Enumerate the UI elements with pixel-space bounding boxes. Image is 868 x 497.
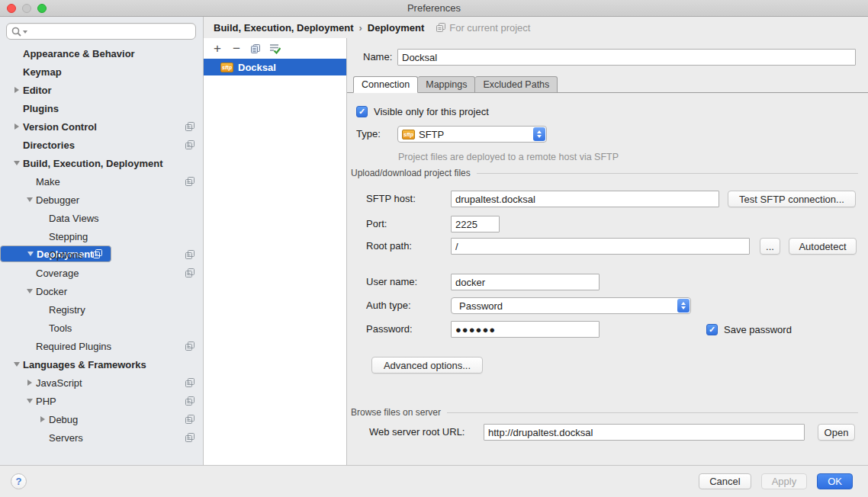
sidebar-item-keymap[interactable]: Keymap <box>0 63 203 81</box>
sidebar-item-options[interactable]: Options <box>0 245 203 264</box>
sidebar-item-label: Stepping <box>49 231 88 242</box>
sftp-host-input[interactable] <box>451 191 719 207</box>
select-chevrons-icon <box>533 127 545 141</box>
minimize-window-button[interactable] <box>22 4 31 13</box>
sidebar-item-appearance-behavior[interactable]: Appearance & Behavior <box>0 44 203 63</box>
project-scope-icon <box>185 250 194 259</box>
server-list-toolbar: + − <box>204 38 346 59</box>
browse-section-header: Browse files on server <box>351 407 858 418</box>
user-name-input[interactable] <box>451 274 600 290</box>
sidebar-item-directories[interactable]: Directories <box>0 136 203 154</box>
sidebar-item-javascript[interactable]: JavaScript <box>0 374 203 392</box>
type-select-value: SFTP <box>415 129 546 140</box>
server-list-panel: + − <box>204 38 347 465</box>
window-title: Preferences <box>0 0 868 16</box>
sidebar-item-label: Directories <box>23 139 75 151</box>
cancel-button[interactable]: Cancel <box>699 473 751 489</box>
sidebar-item-label: Version Control <box>23 121 97 133</box>
save-password-checkbox[interactable]: ✓ <box>706 324 718 335</box>
project-scope-icon <box>185 433 194 442</box>
password-input[interactable] <box>451 321 600 338</box>
section-divider <box>477 173 858 174</box>
sidebar-item-php[interactable]: PHP <box>0 392 203 410</box>
project-scope-icon <box>185 378 194 387</box>
sidebar-item-tools[interactable]: Tools <box>0 319 203 337</box>
search-options-chevron-icon[interactable] <box>23 30 27 34</box>
tab-mappings[interactable]: Mappings <box>418 76 475 93</box>
checkmark-icon: ✓ <box>709 325 715 334</box>
sidebar-item-debug[interactable]: Debug <box>0 410 203 428</box>
expand-down-icon[interactable] <box>10 161 23 165</box>
sidebar-item-data-views[interactable]: Data Views <box>0 209 203 227</box>
sidebar-item-label: Editor <box>23 85 52 96</box>
visible-only-checkbox[interactable]: ✓ <box>356 106 368 117</box>
section-divider <box>447 412 858 413</box>
server-item-docksal[interactable]: sftpDocksal <box>204 59 346 75</box>
help-button[interactable]: ? <box>11 473 27 489</box>
sidebar-item-required-plugins[interactable]: Required Plugins <box>0 337 203 355</box>
sidebar-item-version-control[interactable]: Version Control <box>0 117 203 136</box>
browse-root-path-button[interactable]: ... <box>760 238 780 255</box>
sidebar-item-label: JavaScript <box>36 377 82 389</box>
test-sftp-connection-button[interactable]: Test SFTP connection... <box>728 191 856 207</box>
expand-down-icon[interactable] <box>23 399 36 403</box>
password-label: Password: <box>366 321 413 338</box>
web-root-input[interactable] <box>484 424 805 441</box>
name-label: Name: <box>363 49 392 66</box>
sidebar-item-editor[interactable]: Editor <box>0 81 203 99</box>
tab-connection[interactable]: Connection <box>353 76 418 93</box>
settings-search-input[interactable] <box>31 26 191 37</box>
port-input[interactable] <box>451 216 500 232</box>
sidebar-item-label: Required Plugins <box>36 341 111 352</box>
type-label: Type: <box>356 126 381 143</box>
advanced-options-button[interactable]: Advanced options... <box>371 357 483 374</box>
add-server-button[interactable]: + <box>211 43 223 55</box>
expand-down-icon[interactable] <box>23 197 36 202</box>
close-window-button[interactable] <box>7 4 16 13</box>
preferences-window: Preferences Appearance & BehaviorKeymapE… <box>0 0 868 497</box>
sidebar-item-label: PHP <box>36 396 56 407</box>
autodetect-button[interactable]: Autodetect <box>789 238 857 255</box>
breadcrumb-segment-build-execution-deployment[interactable]: Build, Execution, Deployment <box>214 22 353 34</box>
tab-excluded-paths[interactable]: Excluded Paths <box>475 76 558 93</box>
sidebar-item-label: Registry <box>49 304 85 316</box>
sidebar-item-plugins[interactable]: Plugins <box>0 99 203 117</box>
sidebar-item-languages-frameworks[interactable]: Languages & Frameworks <box>0 355 203 374</box>
sidebar-item-label: Tools <box>49 322 72 334</box>
auth-type-label: Auth type: <box>366 297 411 314</box>
expand-down-icon[interactable] <box>10 362 23 367</box>
sidebar-item-coverage[interactable]: Coverage <box>0 264 203 282</box>
sftp-host-label: SFTP host: <box>366 191 416 207</box>
use-as-default-button[interactable] <box>268 43 281 55</box>
zoom-window-button[interactable] <box>37 4 47 13</box>
sidebar-item-stepping[interactable]: Stepping <box>0 227 203 245</box>
expand-right-icon[interactable] <box>23 380 36 386</box>
expand-right-icon[interactable] <box>10 123 23 130</box>
ok-button[interactable]: OK <box>817 473 853 489</box>
expand-right-icon[interactable] <box>10 87 23 93</box>
use-as-default-icon <box>269 43 281 54</box>
type-select[interactable]: sftp SFTP <box>397 126 547 143</box>
remove-server-button[interactable]: − <box>230 43 243 55</box>
open-url-button[interactable]: Open <box>818 424 855 441</box>
sidebar-item-registry[interactable]: Registry <box>0 300 203 319</box>
browse-section-title: Browse files on server <box>351 407 441 418</box>
auth-type-select[interactable]: Password <box>451 297 691 314</box>
duplicate-server-button[interactable] <box>249 43 262 55</box>
sidebar-item-make[interactable]: Make <box>0 172 203 191</box>
sidebar-item-label: Data Views <box>49 213 99 224</box>
sidebar-item-label: Build, Execution, Deployment <box>23 158 162 169</box>
sidebar-item-servers[interactable]: Servers <box>0 428 203 447</box>
expand-down-icon[interactable] <box>23 289 36 293</box>
settings-search-box[interactable] <box>6 23 196 40</box>
expand-right-icon[interactable] <box>36 416 49 422</box>
apply-button[interactable]: Apply <box>761 473 808 489</box>
breadcrumb-segment-deployment[interactable]: Deployment <box>368 22 424 34</box>
sftp-icon: sftp <box>220 63 233 72</box>
name-input[interactable] <box>397 49 856 66</box>
sidebar-item-docker[interactable]: Docker <box>0 282 203 300</box>
project-scope-icon <box>185 396 194 406</box>
sidebar-item-build-execution-deployment[interactable]: Build, Execution, Deployment <box>0 154 203 172</box>
root-path-input[interactable] <box>451 238 750 255</box>
sidebar-item-debugger[interactable]: Debugger <box>0 191 203 209</box>
